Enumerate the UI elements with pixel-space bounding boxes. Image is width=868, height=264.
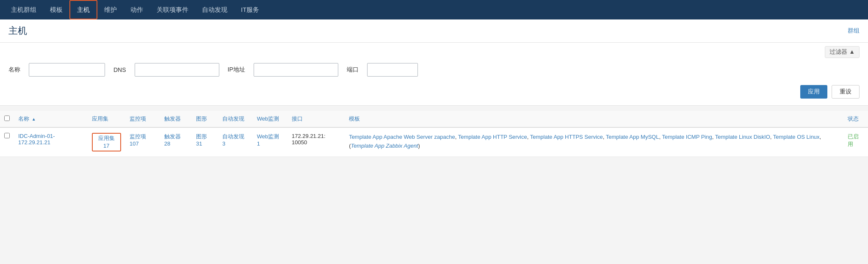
- nav-item-events[interactable]: 关联项事件: [150, 0, 195, 19]
- nav-item-hosts[interactable]: 主机: [69, 0, 97, 19]
- filter-dns-input[interactable]: [135, 63, 219, 77]
- template-link[interactable]: Template OS Linux: [773, 134, 820, 140]
- col-checkbox: [0, 111, 14, 127]
- row-monitor-cell: 监控项 107: [125, 127, 160, 157]
- row-interface-cell: 172.29.21.21: 10050: [287, 127, 345, 157]
- row-trigger-cell: 触发器 28: [160, 127, 192, 157]
- row-autodiscovery-cell: 自动发现 3: [218, 127, 253, 157]
- row-graph-cell: 图形 31: [192, 127, 218, 157]
- template-link[interactable]: Template App Apache Web Server zapache: [349, 134, 455, 140]
- template-link[interactable]: Template App Zabbix Agent: [351, 143, 418, 149]
- col-webmonitor: Web监测: [253, 111, 287, 127]
- sort-icon: ▲: [32, 117, 36, 121]
- col-appset: 应用集: [88, 111, 126, 127]
- hosts-table: 名称 ▲ 应用集 监控项 触发器 图形 自动发现 Web监测 接口 模板 状态 …: [0, 111, 868, 157]
- trigger-link[interactable]: 触发器 28: [164, 133, 181, 147]
- col-interface: 接口: [287, 111, 345, 127]
- col-monitor: 监控项: [125, 111, 160, 127]
- row-checkbox-cell: [0, 127, 14, 157]
- status-badge[interactable]: 已启用: [848, 133, 859, 147]
- filter-dns-label: DNS: [113, 66, 126, 73]
- template-link[interactable]: Template App MySQL: [606, 134, 659, 140]
- col-trigger: 触发器: [160, 111, 192, 127]
- nav-item-autodiscovery[interactable]: 自动发现: [195, 0, 234, 19]
- filter-section: 过滤器 ▲ 名称 DNS IP地址 端口 应用 重设: [0, 43, 868, 106]
- monitor-link[interactable]: 监控项 107: [130, 133, 146, 147]
- apply-button[interactable]: 应用: [800, 85, 827, 99]
- nav-item-hostgroups[interactable]: 主机群组: [4, 0, 43, 19]
- select-all-checkbox[interactable]: [4, 116, 10, 121]
- graph-link[interactable]: 图形 31: [196, 133, 207, 147]
- row-checkbox[interactable]: [4, 133, 10, 138]
- row-appset-cell: 应用集 17: [88, 127, 126, 157]
- groups-link[interactable]: 群组: [848, 27, 860, 35]
- table-row: IDC-Admin-01-172.29.21.21应用集 17监控项 107触发…: [0, 127, 868, 157]
- template-link[interactable]: Template App HTTPS Service: [530, 134, 603, 140]
- filter-port-input[interactable]: [367, 63, 418, 77]
- filter-name-input[interactable]: [29, 63, 105, 77]
- hosts-table-section: 名称 ▲ 应用集 监控项 触发器 图形 自动发现 Web监测 接口 模板 状态 …: [0, 111, 868, 157]
- appset-link[interactable]: 应用集 17: [92, 133, 122, 151]
- filter-ip-input[interactable]: [254, 63, 338, 77]
- col-graph: 图形: [192, 111, 218, 127]
- filter-port-label: 端口: [347, 66, 359, 74]
- row-template-cell: Template App Apache Web Server zapache, …: [345, 127, 843, 157]
- page-title: 主机: [8, 25, 27, 37]
- col-template: 模板: [345, 111, 843, 127]
- webmonitor-link[interactable]: Web监测 1: [257, 133, 279, 147]
- nav-item-actions[interactable]: 动作: [124, 0, 150, 19]
- template-link[interactable]: Template ICMP Ping: [662, 134, 712, 140]
- filter-name-label: 名称: [8, 66, 20, 74]
- nav-item-maintenance[interactable]: 维护: [97, 0, 124, 19]
- host-name-link[interactable]: IDC-Admin-01-172.29.21.21: [18, 133, 55, 146]
- filter-ip-label: IP地址: [228, 66, 245, 74]
- row-status-cell: 已启用: [843, 127, 868, 157]
- table-header-row: 名称 ▲ 应用集 监控项 触发器 图形 自动发现 Web监测 接口 模板 状态: [0, 111, 868, 127]
- nav-item-itservices[interactable]: IT服务: [234, 0, 266, 19]
- col-status: 状态: [843, 111, 868, 127]
- template-link[interactable]: Template Linux DiskIO: [715, 134, 770, 140]
- filter-fields: 名称 DNS IP地址 端口: [0, 58, 868, 82]
- template-link[interactable]: Template App HTTP Service: [458, 134, 527, 140]
- col-autodiscovery: 自动发现: [218, 111, 253, 127]
- autodiscovery-link[interactable]: 自动发现 3: [222, 133, 244, 147]
- page-header: 主机 群组: [0, 19, 868, 43]
- row-name-cell: IDC-Admin-01-172.29.21.21: [14, 127, 88, 157]
- row-webmonitor-cell: Web监测 1: [253, 127, 287, 157]
- top-navigation: 主机群组 模板 主机 维护 动作 关联项事件 自动发现 IT服务: [0, 0, 868, 19]
- filter-toggle-button[interactable]: 过滤器 ▲: [825, 46, 860, 58]
- filter-actions: 应用 重设: [0, 82, 868, 105]
- col-name[interactable]: 名称 ▲: [14, 111, 88, 127]
- reset-button[interactable]: 重设: [832, 85, 860, 99]
- nav-item-templates[interactable]: 模板: [43, 0, 69, 19]
